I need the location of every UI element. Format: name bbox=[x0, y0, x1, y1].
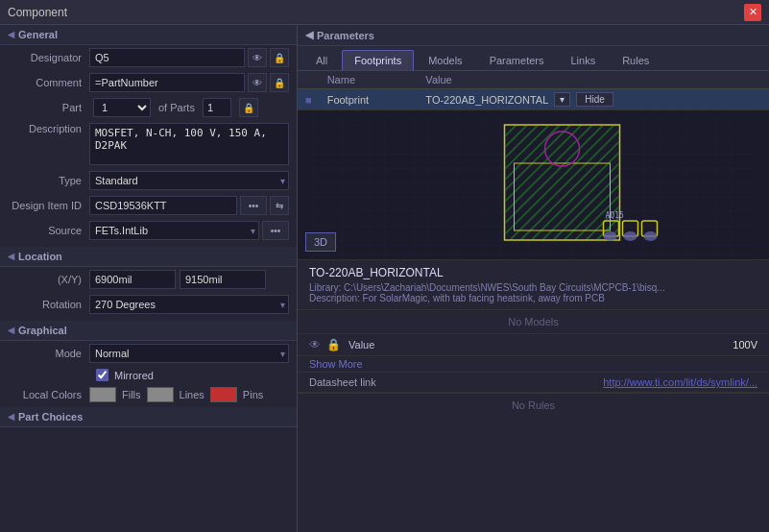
tab-links[interactable]: Links bbox=[558, 50, 608, 70]
source-row: Source FETs.IntLib ••• bbox=[0, 218, 297, 243]
value-icons: 👁 🔒 bbox=[309, 338, 341, 351]
no-rules: No Rules bbox=[298, 393, 769, 417]
source-select-wrapper: FETs.IntLib bbox=[89, 221, 259, 240]
fp-library: Library: C:\Users\Zachariah\Documents\NW… bbox=[309, 282, 757, 293]
fp-dropdown-button[interactable]: ▾ bbox=[554, 92, 570, 107]
design-item-id-input[interactable] bbox=[89, 196, 237, 215]
location-arrow-icon: ◀ bbox=[8, 252, 14, 261]
lines-swatch[interactable] bbox=[147, 387, 174, 402]
local-colors-row: Local Colors Fills Lines Pins bbox=[0, 384, 297, 405]
table-col-value: Value bbox=[418, 71, 769, 89]
design-item-id-label: Design Item ID bbox=[8, 200, 89, 211]
parameters-arrow-icon: ◀ bbox=[305, 29, 313, 41]
fp-value-cell: TO-220AB_HORIZONTAL ▾ Hide bbox=[425, 92, 761, 107]
fp-preview: AQ15 3D bbox=[298, 110, 769, 259]
comment-lock-icon[interactable]: 🔒 bbox=[270, 73, 289, 92]
svg-point-11 bbox=[624, 231, 637, 241]
mirrored-checkbox[interactable] bbox=[96, 369, 108, 381]
fp-preview-canvas: AQ15 bbox=[298, 110, 769, 259]
tab-all[interactable]: All bbox=[303, 50, 340, 70]
description-input[interactable]: MOSFET, N-CH, 100 V, 150 A, D2PAK bbox=[89, 123, 289, 165]
visibility-icon: 👁 bbox=[309, 338, 321, 351]
source-select[interactable]: FETs.IntLib bbox=[89, 221, 259, 240]
lock-icon: 🔒 bbox=[326, 338, 341, 351]
mode-select[interactable]: Normal bbox=[89, 344, 289, 363]
fp-value-text: TO-220AB_HORIZONTAL bbox=[425, 94, 548, 106]
part-total-input[interactable] bbox=[203, 98, 231, 117]
parameters-section-label: Parameters bbox=[317, 30, 374, 41]
rotation-row: Rotation 270 Degrees bbox=[0, 292, 297, 317]
x-input[interactable] bbox=[89, 270, 176, 289]
value-name: Value bbox=[348, 339, 733, 351]
mode-select-wrapper: Normal bbox=[89, 344, 289, 363]
datasheet-label: Datasheet link bbox=[309, 376, 603, 388]
part-label: Part bbox=[8, 102, 89, 113]
source-dots-button[interactable]: ••• bbox=[262, 221, 289, 240]
design-item-id-input-group: ••• ⇆ bbox=[89, 196, 289, 215]
lines-label: Lines bbox=[180, 389, 204, 400]
main-content: ◀ General Designator 👁 🔒 Comment 👁 🔒 Par… bbox=[0, 25, 769, 532]
comment-input[interactable] bbox=[89, 73, 245, 92]
mirrored-row: Mirrored bbox=[0, 366, 297, 384]
xy-label: (X/Y) bbox=[8, 274, 89, 285]
mode-label: Mode bbox=[8, 348, 89, 359]
show-more-link[interactable]: Show More bbox=[298, 356, 769, 372]
part-of-label: of Parts bbox=[158, 102, 195, 113]
design-item-id-arrow-icon[interactable]: ⇆ bbox=[270, 196, 289, 215]
part-select[interactable]: 1 bbox=[93, 98, 151, 117]
table-col-icon bbox=[298, 71, 320, 89]
value-row: 👁 🔒 Value 100V bbox=[298, 334, 769, 356]
comment-row: Comment 👁 🔒 bbox=[0, 70, 297, 95]
local-colors-label: Local Colors bbox=[8, 389, 89, 400]
designator-input[interactable] bbox=[89, 48, 245, 67]
graphical-section-label: Graphical bbox=[18, 325, 67, 336]
rotation-select[interactable]: 270 Degrees bbox=[89, 295, 289, 314]
general-section-header[interactable]: ◀ General bbox=[0, 25, 297, 45]
description-label: Description bbox=[8, 123, 89, 134]
right-panel: ◀ Parameters All Footprints Models Param… bbox=[298, 25, 769, 532]
xy-row: (X/Y) bbox=[0, 267, 297, 292]
type-select[interactable]: Standard bbox=[89, 171, 289, 190]
svg-text:AQ15: AQ15 bbox=[606, 211, 624, 220]
design-item-id-dots-button[interactable]: ••• bbox=[240, 196, 267, 215]
designator-row: Designator 👁 🔒 bbox=[0, 45, 297, 70]
fills-label: Fills bbox=[122, 389, 141, 400]
fills-swatch[interactable] bbox=[89, 387, 116, 402]
y-input[interactable] bbox=[180, 270, 266, 289]
source-input-group: FETs.IntLib ••• bbox=[89, 221, 289, 240]
fp-hide-button[interactable]: Hide bbox=[576, 92, 613, 107]
btn-3d[interactable]: 3D bbox=[305, 232, 336, 252]
value-value: 100V bbox=[733, 339, 757, 351]
location-section-label: Location bbox=[18, 251, 62, 262]
close-button[interactable]: ✕ bbox=[744, 4, 761, 21]
pins-swatch[interactable] bbox=[210, 387, 237, 402]
part-choices-section-header[interactable]: ◀ Part Choices bbox=[0, 407, 297, 427]
type-select-wrapper: Standard bbox=[89, 171, 289, 190]
window-title: Component bbox=[8, 6, 67, 19]
general-arrow-icon: ◀ bbox=[8, 30, 14, 39]
designator-lock-icon[interactable]: 🔒 bbox=[270, 48, 289, 67]
table-row[interactable]: ■ Footprint TO-220AB_HORIZONTAL ▾ Hide bbox=[298, 89, 769, 110]
rotation-label: Rotation bbox=[8, 299, 89, 310]
design-item-id-row: Design Item ID ••• ⇆ bbox=[0, 193, 297, 218]
tab-footprints[interactable]: Footprints bbox=[342, 50, 414, 70]
datasheet-link[interactable]: http://www.ti.com/lit/ds/symlink/... bbox=[603, 376, 757, 388]
mode-row: Mode Normal bbox=[0, 341, 297, 366]
part-lock-icon[interactable]: 🔒 bbox=[239, 98, 258, 117]
fp-name: TO-220AB_HORIZONTAL bbox=[309, 266, 757, 279]
location-section-header[interactable]: ◀ Location bbox=[0, 247, 297, 267]
tab-parameters[interactable]: Parameters bbox=[477, 50, 557, 70]
part-choices-arrow-icon: ◀ bbox=[8, 412, 14, 422]
tab-models[interactable]: Models bbox=[416, 50, 474, 70]
mirrored-label[interactable]: Mirrored bbox=[114, 370, 154, 381]
svg-point-12 bbox=[644, 231, 658, 241]
no-models: No Models bbox=[298, 309, 769, 334]
comment-eye-icon[interactable]: 👁 bbox=[248, 73, 267, 92]
type-row: Type Standard bbox=[0, 168, 297, 193]
graphical-arrow-icon: ◀ bbox=[8, 326, 14, 335]
comment-label: Comment bbox=[8, 77, 89, 88]
designator-eye-icon[interactable]: 👁 bbox=[248, 48, 267, 67]
parameters-section-header[interactable]: ◀ Parameters bbox=[298, 25, 769, 46]
tab-rules[interactable]: Rules bbox=[610, 50, 661, 70]
graphical-section-header[interactable]: ◀ Graphical bbox=[0, 321, 297, 341]
